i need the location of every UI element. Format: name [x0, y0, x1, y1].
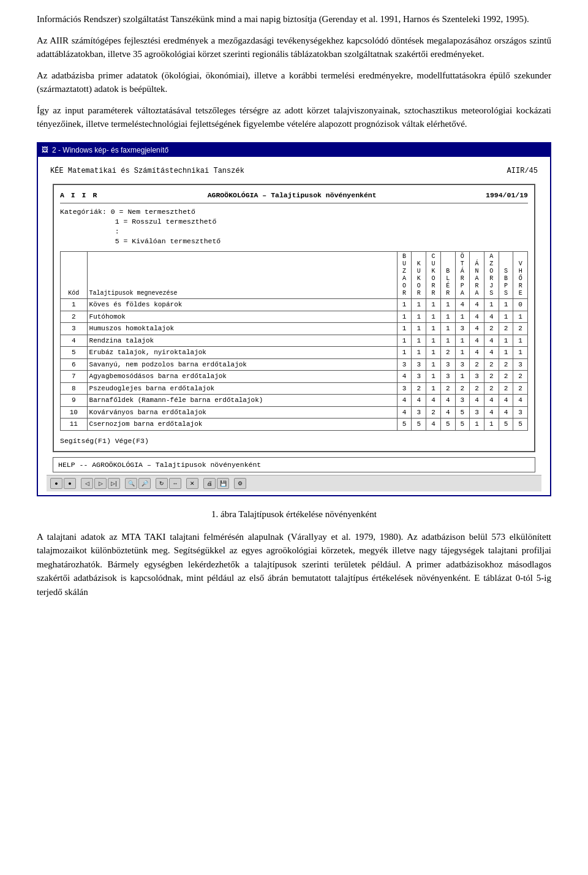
col-header-vhore: VHŐRE — [513, 252, 528, 299]
table-cell-val: 3 — [470, 371, 484, 383]
table-cell-val: 2 — [513, 371, 528, 383]
toolbar-btn-zoom-out[interactable]: 🔎 — [138, 478, 151, 489]
table-row: 2Futóhomok111114411 — [61, 311, 528, 323]
paragraph-bottom: A talajtani adatok az MTA TAKI talajtani… — [37, 530, 551, 599]
doc-header: KÉE Matematikai és Számítástechnikai Tan… — [47, 163, 541, 179]
toolbar-btn-2[interactable]: ● — [64, 478, 76, 489]
table-cell-kod: 10 — [61, 406, 88, 419]
data-table: Kód Talajtipusok megnevezése BUZAOR KUKO… — [60, 251, 528, 431]
table-cell-val: 1 — [513, 347, 528, 359]
table-cell-val: 1 — [412, 323, 426, 335]
table-row: 1Köves és földes kopárok111144110 — [61, 299, 528, 311]
table-cell-kod: 2 — [61, 311, 88, 323]
table-cell-val: 1 — [412, 311, 426, 323]
table-cell-val: 3 — [440, 371, 455, 383]
toolbar-btn-rotate[interactable]: ↻ — [156, 478, 168, 489]
table-cell-val: 2 — [455, 382, 470, 395]
table-cell-val: 1 — [513, 335, 528, 347]
toolbar-btn-prev-page[interactable]: ◁ — [81, 478, 93, 489]
figure-caption: 1. ábra Talajtípusok értékelése növényen… — [37, 507, 551, 521]
table-cell-val: 1 — [426, 311, 441, 323]
table-cell-val: 4 — [484, 311, 499, 323]
table-cell-val: 3 — [397, 358, 412, 371]
table-cell-val: 4 — [470, 395, 484, 407]
table-cell-val: 1 — [397, 347, 412, 359]
col-header-cukor: CUKORR — [426, 252, 441, 299]
table-cell-val: 4 — [470, 323, 484, 335]
table-cell-val: 1 — [440, 311, 455, 323]
table-cell-val: 1 — [412, 335, 426, 347]
table-cell-val: 4 — [470, 311, 484, 323]
window-titlebar: 🖼 2 - Windows kép- és faxmegjelenítő — [38, 143, 550, 157]
table-cell-nev: Rendzina talajok — [87, 335, 397, 347]
table-cell-val: 2 — [412, 382, 426, 395]
table-cell-val: 5 — [455, 419, 470, 431]
table-cell-val: 1 — [426, 382, 441, 395]
table-cell-val: 1 — [499, 311, 513, 323]
toolbar-btn-print[interactable]: 🖨 — [203, 478, 216, 489]
table-cell-kod: 4 — [61, 335, 88, 347]
table-cell-val: 4 — [397, 395, 412, 407]
table-row: 7Agyagbemosódásos barna erdőtalajok43131… — [61, 371, 528, 383]
table-cell-val: 3 — [513, 406, 528, 419]
table-cell-val: 2 — [484, 358, 499, 371]
table-cell-val: 2 — [470, 358, 484, 371]
table-cell-val: 2 — [499, 323, 513, 335]
table-cell-val: 1 — [455, 311, 470, 323]
table-cell-val: 2 — [513, 382, 528, 395]
table-cell-val: 1 — [455, 371, 470, 383]
table-cell-val: 4 — [484, 347, 499, 359]
table-cell-val: 3 — [397, 382, 412, 395]
toolbar-btn-settings[interactable]: ⚙ — [234, 478, 246, 489]
table-cell-nev: Humuszos homoktalajok — [87, 323, 397, 335]
doc-right: AIIR/45 — [507, 165, 538, 176]
table-cell-kod: 6 — [61, 358, 88, 371]
toolbar-btn-1[interactable]: ● — [50, 478, 62, 489]
table-cell-val: 1 — [412, 347, 426, 359]
kategoriak-line-3: : — [60, 227, 528, 237]
table-footer: Segítség(F1) Vége(F3) — [60, 436, 528, 446]
help-bar: HELP -- AGROÖKOLÓGIA – Talajtipusok növé… — [53, 457, 535, 472]
col-header-otarpa: ÖTÁRPA — [455, 252, 470, 299]
toolbar-btn-next-page[interactable]: ▷ — [94, 478, 107, 489]
table-cell-val: 2 — [440, 382, 455, 395]
table-cell-val: 1 — [426, 323, 441, 335]
table-cell-nev: Csernozjom barna erdőtalajok — [87, 419, 397, 431]
table-cell-val: 2 — [484, 323, 499, 335]
table-row: 11Csernozjom barna erdőtalajok554551155 — [61, 419, 528, 431]
table-cell-val: 2 — [499, 358, 513, 371]
window-icon: 🖼 — [42, 145, 48, 155]
paragraph-2: Az AIIR számítógépes fejlesztési eredmén… — [37, 34, 551, 61]
table-cell-kod: 1 — [61, 299, 88, 311]
table-cell-val: 4 — [426, 419, 441, 431]
table-cell-val: 1 — [484, 299, 499, 311]
window-title: 2 - Windows kép- és faxmegjelenítő — [52, 145, 168, 156]
table-cell-val: 1 — [426, 358, 441, 371]
toolbar-btn-flip[interactable]: ↔ — [169, 478, 181, 489]
table-cell-nev: Köves és földes kopárok — [87, 299, 397, 311]
toolbar-btn-save[interactable]: 💾 — [217, 478, 229, 489]
table-cell-val: 1 — [513, 311, 528, 323]
table-cell-val: 4 — [513, 395, 528, 407]
table-cell-kod: 5 — [61, 347, 88, 359]
aiir-table-container: A I I R AGROÖKOLÓGIA – Talajtipusok növé… — [53, 184, 535, 452]
table-cell-val: 1 — [484, 419, 499, 431]
aiir-label: A I I R — [60, 190, 98, 200]
table-cell-val: 4 — [484, 395, 499, 407]
table-cell-nev: Savanyú, nem podzolos barna erdőtalajok — [87, 358, 397, 371]
col-header-azorj: AZORJS — [484, 252, 499, 299]
aiir-date: 1994/01/19 — [486, 190, 528, 200]
toolbar-btn-last-page[interactable]: ▷| — [108, 478, 120, 489]
toolbar-btn-zoom-in[interactable]: 🔍 — [125, 478, 137, 489]
table-cell-val: 2 — [484, 371, 499, 383]
table-cell-val: 4 — [397, 371, 412, 383]
toolbar-btn-close[interactable]: ✕ — [186, 478, 198, 489]
table-cell-val: 4 — [499, 395, 513, 407]
table-cell-val: 1 — [440, 335, 455, 347]
table-cell-val: 3 — [412, 358, 426, 371]
aiir-title-center: AGROÖKOLÓGIA – Talajtipusok növényenként — [98, 190, 486, 200]
table-cell-val: 4 — [412, 395, 426, 407]
kategoriak: Kategóriák: 0 = Nem termeszthető 1 = Ros… — [60, 207, 528, 246]
table-cell-val: 2 — [484, 382, 499, 395]
kategoriak-line-2: 1 = Rosszul termeszthető — [60, 217, 528, 227]
